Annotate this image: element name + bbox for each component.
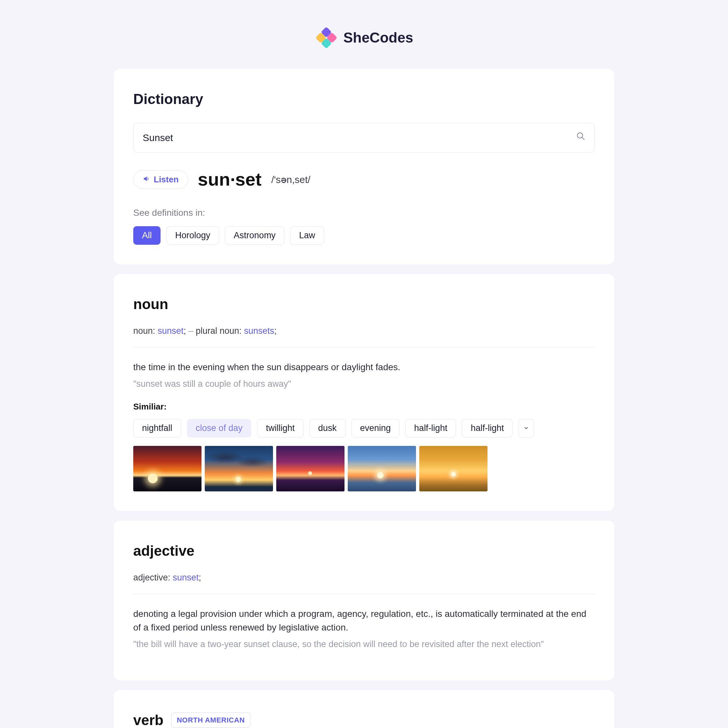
image-thumb[interactable] [348, 446, 416, 491]
forms-line: adjective: sunset; [133, 569, 595, 594]
category-chip-all[interactable]: All [133, 226, 161, 245]
word-display: sun·set [198, 166, 262, 193]
similar-chip[interactable]: nightfall [133, 419, 181, 437]
image-thumb[interactable] [205, 446, 273, 491]
image-thumb[interactable] [133, 446, 202, 491]
pos-heading: noun [133, 294, 595, 315]
image-thumb-row [133, 446, 595, 491]
pos-heading: adjective [133, 540, 595, 561]
similar-chip[interactable]: evening [351, 419, 400, 437]
category-chip-law[interactable]: Law [290, 226, 324, 245]
logo-mark-icon [315, 26, 338, 49]
similar-label: Similiar: [133, 401, 595, 413]
region-badge: NORTH AMERICAN [171, 713, 250, 728]
chevron-down-icon[interactable] [518, 419, 534, 437]
see-definitions-label: See definitions in: [133, 206, 595, 220]
definition-text: the time in the evening when the sun dis… [133, 361, 595, 374]
brand-name: SheCodes [343, 27, 413, 49]
image-thumb[interactable] [276, 446, 344, 491]
similar-chip[interactable]: twillight [257, 419, 304, 437]
example-text: "the bill will have a two-year sunset cl… [133, 638, 595, 651]
svg-line-5 [582, 138, 584, 140]
similar-chip[interactable]: half-light [405, 419, 456, 437]
category-chip-row: AllHorologyAstronomyLaw [133, 226, 595, 245]
example-text: "sunset was still a couple of hours away… [133, 377, 595, 391]
similar-chip[interactable]: half-light [462, 419, 512, 437]
listen-button[interactable]: Listen [133, 170, 188, 189]
forms-line: noun: sunset; – plural noun: sunsets; [133, 323, 595, 347]
similar-chip[interactable]: close of day [187, 419, 251, 437]
search-card: Dictionary Listen sun·set /'sən,set/ See… [114, 69, 614, 264]
category-chip-astronomy[interactable]: Astronomy [225, 226, 284, 245]
definition-text: denoting a legal provision under which a… [133, 607, 595, 635]
search-input[interactable] [143, 132, 576, 143]
brand-logo: SheCodes [114, 26, 614, 49]
pos-heading: verbNORTH AMERICAN [133, 710, 595, 728]
entry-card-verb: verbNORTH AMERICANverb: sunset; – 3rd pe… [114, 690, 614, 728]
search-icon[interactable] [576, 131, 585, 145]
entry-card-adjective: adjectiveadjective: sunset;denoting a le… [114, 521, 614, 680]
similar-chip[interactable]: dusk [309, 419, 346, 437]
similar-chip-row: nightfallclose of daytwillightduskevenin… [133, 419, 595, 437]
page-title: Dictionary [133, 89, 595, 110]
category-chip-horology[interactable]: Horology [167, 226, 219, 245]
search-box[interactable] [133, 123, 595, 153]
listen-label: Listen [154, 174, 179, 185]
phonetic: /'sən,set/ [271, 172, 310, 187]
entry-card-noun: nounnoun: sunset; – plural noun: sunsets… [114, 274, 614, 511]
image-thumb[interactable] [419, 446, 488, 491]
speaker-icon [143, 174, 150, 185]
